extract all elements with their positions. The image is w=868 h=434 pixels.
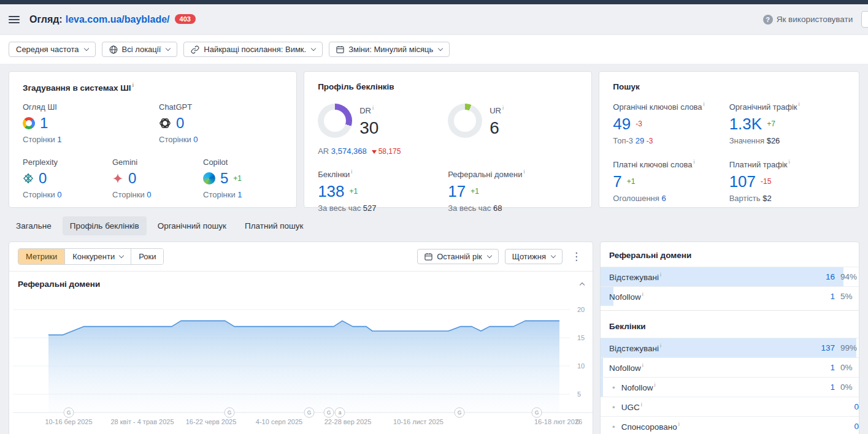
metric-value[interactable]: 7 — [613, 173, 621, 189]
metric-sub: Значення $26 — [729, 136, 845, 145]
how-to-use-link[interactable]: ? Як використовувати — [763, 15, 853, 25]
ai-metric-copilot: Copilot 5 +1 Сторінки 1 — [203, 158, 242, 199]
period-label: Останній рік — [437, 252, 482, 261]
table-row[interactable]: Nofollowi 10% — [601, 357, 859, 377]
table-row[interactable]: Відстежуваніi 13799% — [601, 338, 859, 357]
chart-panel: Метрики Конкуренти Роки Останній рік Щот… — [9, 242, 593, 434]
kebab-menu-icon[interactable]: ⋮ — [569, 250, 584, 263]
table-row[interactable]: UGCi 0 — [601, 397, 859, 416]
gemini-icon — [112, 173, 123, 184]
ai-metric-chatgpt: ChatGPT 0 Сторінки 0 — [159, 102, 198, 144]
frequency-filter-button[interactable]: Середня частота — [9, 42, 96, 57]
chevron-down-icon — [486, 253, 491, 258]
svg-text:G: G — [67, 409, 71, 416]
info-icon[interactable]: i — [655, 382, 656, 388]
chevron-down-icon — [166, 46, 171, 51]
chevron-down-icon — [551, 253, 556, 258]
tab-paid-search[interactable]: Платний пошук — [237, 216, 311, 235]
info-icon[interactable]: i — [351, 169, 352, 175]
svg-text:4-10 серп 2025: 4-10 серп 2025 — [256, 418, 302, 425]
metric-delta: +1 — [470, 187, 479, 196]
info-icon[interactable]: i — [678, 421, 680, 427]
chart-area[interactable]: 2015105GGGGaGG10-16 бер 202528 квіт - 4 … — [9, 296, 593, 430]
row-count[interactable]: 1 — [803, 292, 835, 301]
breakdown-panel: Реферальні домени Відстежуваніi 1694% No… — [600, 242, 859, 434]
metric-value[interactable]: 0 — [39, 171, 47, 186]
copilot-icon — [203, 172, 215, 185]
segment-years[interactable]: Роки — [131, 249, 163, 264]
metric-value[interactable]: 5 — [220, 171, 228, 186]
row-count[interactable]: 1 — [803, 363, 835, 372]
metric-value[interactable]: 17 — [448, 183, 466, 199]
svg-text:22-28 вер 2025: 22-28 вер 2025 — [325, 418, 372, 425]
changes-filter-button[interactable]: Зміни: Минулий місяць — [329, 42, 450, 57]
info-icon[interactable]: i — [660, 272, 661, 278]
row-count[interactable]: 16 — [803, 272, 835, 281]
info-icon[interactable]: i — [799, 101, 800, 107]
segment-competitors[interactable]: Конкуренти — [64, 249, 131, 264]
metric-value[interactable]: 0 — [128, 171, 136, 186]
info-icon[interactable]: i — [660, 343, 661, 349]
google-icon — [23, 117, 35, 129]
chatgpt-icon — [159, 117, 171, 129]
table-row[interactable]: Nofollowi 15% — [601, 286, 859, 306]
granularity-label: Щотижня — [512, 252, 546, 261]
api-button[interactable]: {} — [861, 11, 868, 28]
locations-filter-button[interactable]: Всі локації — [102, 42, 178, 57]
row-count[interactable]: 0 — [827, 422, 859, 431]
info-icon[interactable]: i — [788, 159, 789, 165]
overview-cards: Згадування в системах ШІi Огляд ШІ 1 Сто… — [9, 71, 859, 208]
svg-text:a: a — [339, 409, 342, 416]
info-icon[interactable]: i — [642, 291, 643, 297]
info-icon[interactable]: i — [642, 362, 643, 368]
best-links-filter-label: Найкращі посилання: Вимк. — [204, 45, 306, 54]
info-icon[interactable]: i — [502, 105, 504, 111]
period-button[interactable]: Останній рік — [417, 249, 499, 264]
metric-value[interactable]: 138 — [318, 183, 344, 199]
info-icon[interactable]: i — [641, 402, 642, 408]
segment-metrics[interactable]: Метрики — [18, 249, 64, 264]
refdomains-section-title: Реферальні домени — [601, 242, 859, 267]
row-count[interactable]: 137 — [803, 343, 835, 352]
svg-text:15: 15 — [577, 334, 585, 341]
target-domain-link[interactable]: leva.com.ua/bayblade/ — [66, 14, 170, 25]
granularity-button[interactable]: Щотижня — [505, 249, 563, 264]
table-row[interactable]: Nofollowi 10% — [601, 377, 859, 397]
collapse-chevron-icon[interactable] — [579, 280, 584, 289]
table-row[interactable]: Спонсорованоi 0 — [601, 416, 859, 434]
section-tabs: Загальне Профіль беклінків Органічний по… — [9, 216, 859, 235]
table-row[interactable]: Відстежуваніi 1694% — [601, 267, 859, 286]
referring-domains-chart[interactable]: 2015105GGGGaGG10-16 бер 202528 квіт - 4 … — [13, 296, 593, 428]
svg-text:5: 5 — [577, 390, 581, 398]
info-icon[interactable]: i — [523, 169, 524, 175]
info-icon[interactable]: i — [704, 101, 705, 107]
info-icon[interactable]: i — [372, 105, 374, 111]
row-count[interactable]: 0 — [827, 402, 859, 411]
tab-general[interactable]: Загальне — [9, 216, 59, 235]
metric-value[interactable]: 1 — [40, 116, 48, 131]
menu-icon[interactable] — [9, 14, 20, 25]
tab-backlink-profile[interactable]: Профіль беклінків — [63, 216, 147, 235]
alltime-sub: За весь час 68 — [448, 204, 578, 213]
row-count[interactable]: 1 — [803, 383, 835, 392]
info-icon[interactable]: i — [133, 82, 134, 88]
info-icon[interactable]: i — [694, 159, 695, 165]
metric-value[interactable]: 1.3K — [729, 116, 762, 132]
title-prefix: Огляд: — [29, 14, 63, 25]
best-links-filter-button[interactable]: Найкращі посилання: Вимк. — [183, 42, 323, 57]
search-card-title: Пошук — [613, 82, 845, 91]
dr-label: DRi — [359, 105, 378, 115]
metric-label: Gemini — [112, 158, 203, 167]
pages-sub: Сторінки 1 — [23, 135, 159, 144]
metric-label: Беклінкиi — [318, 169, 448, 179]
changes-filter-label: Зміни: Минулий місяць — [348, 45, 433, 54]
link-icon — [191, 45, 199, 54]
metric-value[interactable]: 49 — [613, 116, 631, 132]
tab-organic-search[interactable]: Органічний пошук — [150, 216, 234, 235]
chart-title: Реферальні домени — [18, 280, 100, 289]
metric-label: Огляд ШІ — [23, 102, 159, 112]
ar-rank: AR 3,574,36858,175 — [318, 147, 448, 156]
metric-value[interactable]: 107 — [729, 173, 756, 189]
metric-value[interactable]: 0 — [176, 116, 184, 131]
calendar-icon — [424, 253, 432, 261]
